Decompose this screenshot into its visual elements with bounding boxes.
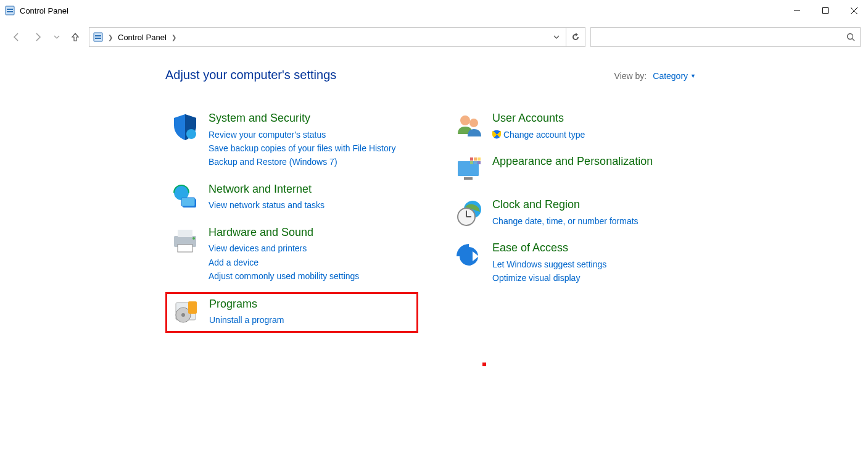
page-heading: Adjust your computer's settings (165, 68, 336, 82)
category-title[interactable]: Clock and Region (492, 198, 639, 212)
title-bar: Control Panel (0, 0, 868, 22)
address-bar[interactable]: ❯ Control Panel ❯ (89, 27, 585, 47)
printer-icon (170, 226, 200, 256)
view-by-control: View by: Category ▼ (614, 71, 696, 81)
category-title[interactable]: Hardware and Sound (209, 226, 359, 240)
svg-rect-2 (7, 11, 13, 12)
svg-rect-18 (178, 245, 192, 252)
recent-locations-dropdown[interactable] (52, 28, 62, 46)
svg-rect-33 (474, 161, 477, 164)
forward-button[interactable] (30, 28, 47, 46)
svg-line-11 (853, 39, 855, 41)
control-panel-icon (93, 32, 103, 42)
svg-rect-4 (823, 8, 829, 14)
clock-icon (454, 198, 484, 228)
search-box[interactable] (590, 27, 861, 47)
category-programs: Programs Uninstall a program (165, 292, 418, 333)
window-controls (783, 1, 868, 20)
svg-point-19 (192, 237, 195, 240)
search-icon (846, 33, 855, 41)
svg-point-12 (186, 129, 196, 139)
up-button[interactable] (67, 28, 84, 46)
link-network-status[interactable]: View network status and tasks (209, 198, 324, 212)
svg-rect-31 (477, 157, 481, 161)
svg-rect-1 (7, 9, 13, 10)
link-devices-printers[interactable]: View devices and printers (209, 241, 359, 255)
programs-icon (171, 298, 200, 327)
link-change-account-type[interactable]: Change account type (492, 128, 585, 141)
link-date-time-formats[interactable]: Change date, time, or number formats (492, 214, 639, 228)
content-area: Adjust your computer's settings View by:… (0, 56, 868, 337)
back-button[interactable] (7, 28, 25, 46)
svg-rect-17 (178, 230, 192, 237)
view-by-value: Category (653, 71, 688, 81)
category-system-security: System and Security Review your computer… (165, 107, 418, 174)
category-title[interactable]: Ease of Access (492, 241, 606, 255)
svg-rect-23 (188, 301, 197, 314)
category-network-internet: Network and Internet View network status… (165, 178, 418, 217)
link-uninstall-program[interactable]: Uninstall a program (209, 313, 284, 327)
minimize-button[interactable] (783, 1, 811, 20)
caret-down-icon: ▼ (690, 73, 696, 79)
left-category-column: System and Security Review your computer… (165, 107, 418, 337)
category-title[interactable]: System and Security (209, 112, 395, 125)
chevron-right-icon[interactable]: ❯ (172, 34, 176, 41)
shield-icon (170, 112, 200, 141)
category-user-accounts: User Accounts Change account type (449, 107, 702, 146)
close-button[interactable] (840, 1, 868, 20)
address-history-dropdown[interactable] (547, 28, 566, 46)
svg-point-22 (181, 313, 185, 317)
svg-rect-9 (95, 38, 101, 39)
svg-point-10 (848, 34, 853, 40)
link-file-history[interactable]: Save backup copies of your files with Fi… (209, 141, 395, 155)
appearance-icon (454, 155, 484, 185)
control-panel-icon (5, 6, 15, 15)
svg-rect-30 (474, 157, 477, 161)
svg-rect-28 (464, 177, 473, 180)
maximize-button[interactable] (811, 1, 840, 20)
svg-rect-29 (470, 157, 473, 161)
category-hardware-sound: Hardware and Sound View devices and prin… (165, 221, 418, 288)
ease-of-access-icon (454, 241, 484, 271)
link-windows-suggest[interactable]: Let Windows suggest settings (492, 258, 606, 271)
link-optimize-display[interactable]: Optimize visual display (492, 271, 606, 285)
users-icon (454, 112, 484, 141)
right-category-column: User Accounts Change account type (449, 107, 702, 337)
svg-rect-34 (477, 161, 481, 164)
category-title[interactable]: Programs (209, 298, 284, 311)
svg-point-25 (469, 119, 478, 127)
svg-rect-8 (95, 35, 101, 36)
view-by-label: View by: (614, 71, 647, 81)
link-review-status[interactable]: Review your computer's status (209, 128, 395, 141)
search-input[interactable] (596, 32, 846, 43)
refresh-button[interactable] (566, 28, 585, 46)
svg-rect-15 (181, 198, 195, 206)
svg-point-24 (460, 115, 470, 125)
link-add-device[interactable]: Add a device (209, 256, 359, 269)
view-by-dropdown[interactable]: Category ▼ (653, 71, 696, 81)
toolbar: ❯ Control Panel ❯ (0, 22, 868, 56)
breadcrumb-control-panel[interactable]: Control Panel (118, 33, 167, 42)
category-appearance: Appearance and Personalization (449, 150, 702, 190)
category-title[interactable]: User Accounts (492, 112, 585, 125)
svg-rect-0 (6, 6, 14, 15)
category-title[interactable]: Appearance and Personalization (492, 155, 653, 169)
network-icon (170, 183, 200, 212)
svg-rect-7 (94, 33, 102, 41)
link-mobility-settings[interactable]: Adjust commonly used mobility settings (209, 269, 359, 283)
category-title[interactable]: Network and Internet (209, 183, 324, 196)
category-clock-region: Clock and Region Change date, time, or n… (449, 193, 702, 233)
window-title: Control Panel (20, 6, 68, 15)
chevron-right-icon[interactable]: ❯ (108, 34, 113, 41)
annotation-red-dot (482, 363, 486, 366)
svg-rect-32 (470, 161, 473, 164)
category-ease-of-access: Ease of Access Let Windows suggest setti… (449, 237, 702, 290)
link-backup-restore[interactable]: Backup and Restore (Windows 7) (209, 155, 395, 169)
